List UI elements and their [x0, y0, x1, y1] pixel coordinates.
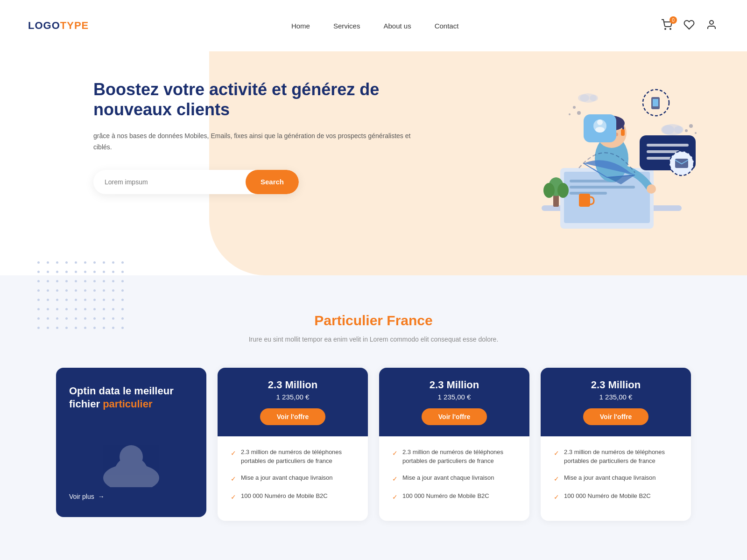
svg-point-21 [557, 183, 569, 198]
nav-services[interactable]: Services [333, 22, 360, 30]
search-button[interactable]: Search [246, 170, 299, 194]
pricing-card-3-features: ✓ 2.3 million de numéros de téléphones p… [541, 436, 691, 521]
feature-item: ✓ 100 000 Numéro de Mobile B2C [554, 491, 678, 502]
pricing-card-1-title: 2.3 Million [231, 379, 355, 391]
svg-point-39 [685, 129, 688, 132]
svg-point-38 [695, 132, 697, 134]
cart-icon[interactable]: 0 [661, 19, 674, 32]
promo-card: Optin data le meilleur fichier particuli… [56, 368, 206, 517]
check-icon: ✓ [392, 492, 398, 502]
pricing-card-2-header: 2.3 Million 1 235,00 € Voir l'offre [379, 368, 529, 436]
section-subtitle: Irure eu sint mollit tempor ea enim veli… [56, 334, 691, 345]
svg-point-20 [543, 183, 555, 198]
wishlist-icon[interactable] [684, 19, 697, 32]
hero-subtitle: grâce à nos bases de données Mobiles, Em… [93, 131, 411, 153]
svg-point-29 [597, 119, 603, 125]
svg-point-41 [569, 113, 571, 115]
feature-item: ✓ Mise a jour avant chaque livraison [554, 473, 678, 484]
feature-item: ✓ 2.3 million de numéros de téléphones p… [554, 448, 678, 466]
svg-point-47 [578, 94, 589, 102]
check-icon: ✓ [392, 474, 398, 484]
svg-point-42 [577, 111, 581, 115]
check-icon: ✓ [392, 448, 398, 458]
logo: LOGOTYPE [28, 20, 89, 32]
hero-content: Boostez votre activité et générez de nou… [0, 51, 411, 275]
hero-illustration [514, 61, 710, 247]
pricing-card-3-button[interactable]: Voir l'offre [583, 408, 648, 425]
check-icon: ✓ [231, 474, 236, 484]
svg-point-45 [674, 126, 684, 133]
search-input[interactable] [93, 178, 246, 186]
pricing-card-2: 2.3 Million 1 235,00 € Voir l'offre ✓ 2.… [379, 368, 529, 521]
cart-badge: 0 [669, 16, 677, 24]
check-icon: ✓ [231, 448, 236, 458]
check-icon: ✓ [231, 492, 236, 502]
svg-point-37 [689, 124, 693, 128]
svg-point-1 [670, 28, 671, 29]
feature-item: ✓ Mise a jour avant chaque livraison [231, 473, 355, 484]
header-icons: 0 [661, 19, 719, 32]
svg-rect-7 [570, 186, 635, 189]
pricing-grid: Optin data le meilleur fichier particuli… [56, 368, 691, 521]
nav-contact[interactable]: Contact [435, 22, 459, 30]
feature-item: ✓ 100 000 Numéro de Mobile B2C [231, 491, 355, 502]
nav-about[interactable]: About us [383, 22, 411, 30]
svg-point-48 [590, 95, 598, 101]
pricing-card-1-features: ✓ 2.3 million de numéros de téléphones p… [218, 436, 368, 521]
pricing-card-3-title: 2.3 Million [554, 379, 678, 391]
feature-item: ✓ 100 000 Numéro de Mobile B2C [392, 491, 516, 502]
svg-point-2 [710, 21, 713, 24]
logo-part1: LOGO [28, 20, 60, 31]
pricing-card-2-title: 2.3 Million [392, 379, 516, 391]
pricing-card-3-header: 2.3 Million 1 235,00 € Voir l'offre [541, 368, 691, 436]
svg-rect-23 [647, 144, 689, 147]
check-icon: ✓ [554, 492, 559, 502]
header: LOGOTYPE Home Services About us Contact … [0, 0, 747, 51]
user-icon[interactable] [706, 19, 719, 32]
search-bar: Search [93, 170, 299, 194]
feature-item: ✓ 2.3 million de numéros de téléphones p… [231, 448, 355, 466]
svg-rect-15 [621, 129, 625, 136]
hero-section: Boostez votre activité et générez de nou… [0, 51, 747, 275]
pricing-card-2-features: ✓ 2.3 million de numéros de téléphones p… [379, 436, 529, 521]
pricing-card-1-header: 2.3 Million 1 235,00 € Voir l'offre [218, 368, 368, 436]
svg-rect-17 [579, 194, 590, 207]
pricing-card-1-price: 1 235,00 € [231, 393, 355, 401]
svg-point-16 [647, 184, 656, 194]
promo-see-more-link[interactable]: Voir plus → [69, 493, 193, 500]
pricing-card-1-button[interactable]: Voir l'offre [260, 408, 325, 425]
svg-point-44 [661, 125, 674, 134]
pricing-card-1: 2.3 Million 1 235,00 € Voir l'offre ✓ 2.… [218, 368, 368, 521]
logo-part2: TYPE [60, 20, 89, 31]
feature-item: ✓ Mise a jour avant chaque livraison [392, 473, 516, 484]
pricing-card-3: 2.3 Million 1 235,00 € Voir l'offre ✓ 2.… [541, 368, 691, 521]
pricing-card-2-button[interactable]: Voir l'offre [422, 408, 487, 425]
nav-home[interactable]: Home [291, 22, 310, 30]
svg-point-51 [115, 457, 148, 485]
feature-item: ✓ 2.3 million de numéros de téléphones p… [392, 448, 516, 466]
pricing-card-3-price: 1 235,00 € [554, 393, 678, 401]
svg-point-40 [573, 106, 576, 109]
pricing-card-2-price: 1 235,00 € [392, 393, 516, 401]
svg-point-0 [665, 28, 666, 29]
hero-title: Boostez votre activité et générez de nou… [93, 79, 411, 119]
check-icon: ✓ [554, 474, 559, 484]
svg-point-30 [595, 127, 605, 133]
svg-rect-34 [653, 99, 658, 106]
main-nav: Home Services About us Contact [291, 22, 458, 30]
promo-card-title: Optin data le meilleur fichier particuli… [69, 385, 193, 411]
section-title: Particulier France [56, 313, 691, 329]
svg-rect-24 [647, 150, 679, 153]
check-icon: ✓ [554, 448, 559, 458]
